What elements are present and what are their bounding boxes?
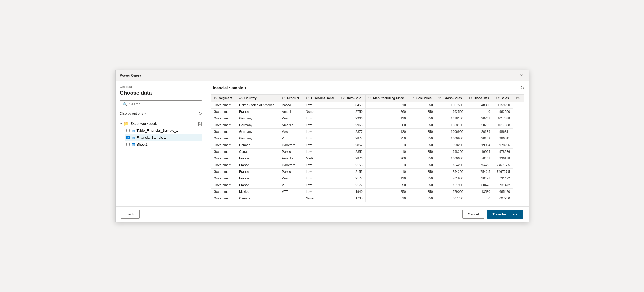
table-cell: 30478 — [466, 182, 493, 188]
table-cell: United States of America — [236, 102, 279, 108]
table-cell: 665420 — [493, 188, 513, 195]
checkbox-table-financial[interactable] — [126, 129, 130, 132]
table-cell: 350 — [409, 128, 436, 135]
table-cell: 2966 — [338, 122, 366, 128]
table-cell: 2966 — [338, 115, 366, 122]
table-cell: 3450 — [338, 102, 366, 108]
table-cell: Amarilla — [279, 122, 303, 128]
table-cell: Low — [303, 168, 338, 175]
table-cell: 19964 — [466, 142, 493, 148]
back-button[interactable]: Back — [121, 210, 140, 219]
table-cell: 20139 — [466, 128, 493, 135]
table-cell: Canada — [236, 142, 279, 148]
table-cell: Low — [303, 188, 338, 195]
table-cell: None — [303, 195, 338, 202]
search-box[interactable]: 🔍 — [120, 100, 202, 108]
table-cell: Low — [303, 175, 338, 182]
table-header-row: AᴮcSegment AᴮcCountry AᴮcProduct AᴮcDisc… — [211, 94, 524, 102]
table-cell: 350 — [409, 188, 436, 195]
table-cell: 1006600 — [436, 155, 466, 162]
table-row: GovernmentUnited States of AmericaPaseoL… — [211, 102, 524, 108]
data-table-wrapper[interactable]: AᴮcSegment AᴮcCountry AᴮcProduct AᴮcDisc… — [211, 94, 524, 202]
search-input[interactable] — [129, 102, 199, 106]
table-cell: 754250 — [436, 168, 466, 175]
col-gross-sales: 1²3Gross Sales — [436, 94, 466, 102]
table-cell: 350 — [409, 195, 436, 202]
table-cell: Government — [211, 135, 236, 142]
table-row: GovernmentCanadaCarreteraLow285233509982… — [211, 142, 524, 148]
close-button[interactable]: × — [519, 73, 524, 78]
table-cell: France — [236, 175, 279, 182]
table-cell: 607750 — [493, 195, 513, 202]
table-cell: Government — [211, 115, 236, 122]
table-cell: 2852 — [338, 148, 366, 155]
table-row: GovernmentGermanyAmarillaLow296626035010… — [211, 122, 524, 128]
tree-root-count: [3] — [198, 122, 202, 126]
checkbox-sheet1[interactable] — [126, 143, 130, 146]
table-cell: Government — [211, 128, 236, 135]
table-cell: 260 — [365, 122, 409, 128]
table-cell: 120 — [365, 175, 409, 182]
table-icon-1: ⊞ — [132, 135, 135, 140]
table-cell: Paseo — [279, 102, 303, 108]
table-cell: Carretera — [279, 142, 303, 148]
tree-child-0[interactable]: ⊞ Table_Financial_Sample_1 — [125, 127, 202, 134]
table-cell: Canada — [236, 195, 279, 202]
table-cell: 350 — [409, 142, 436, 148]
sidebar-refresh-button[interactable]: ↻ — [198, 111, 202, 116]
table-cell: 2155 — [338, 168, 366, 175]
table-cell: 120 — [365, 115, 409, 122]
table-cell: France — [236, 155, 279, 162]
table-cell: Germany — [236, 128, 279, 135]
checkbox-financial-sample[interactable] — [126, 136, 130, 139]
table-cell: Government — [211, 175, 236, 182]
table-icon-0: ⊞ — [132, 129, 135, 133]
table-cell: 10 — [365, 195, 409, 202]
table-cell: 350 — [409, 182, 436, 188]
table-cell: 1159200 — [493, 102, 513, 108]
display-options-button[interactable]: Display options ▾ ↻ — [120, 111, 202, 116]
table-icon-2: ⊞ — [132, 142, 135, 147]
panel-refresh-button[interactable]: ↻ — [520, 85, 524, 91]
transform-data-button[interactable]: Transform data — [487, 210, 523, 219]
table-cell: Medium — [303, 155, 338, 162]
table-cell: Government — [211, 188, 236, 195]
tree-child-2[interactable]: ⊞ Sheet1 — [125, 141, 202, 148]
table-cell: 0 — [466, 108, 493, 115]
table-cell: 19964 — [466, 148, 493, 155]
table-cell: Low — [303, 115, 338, 122]
tree-root[interactable]: ▼ 📁 Excel workbook [3] — [120, 120, 202, 127]
table-cell: 746707.5 — [493, 162, 513, 168]
table-cell: 48300 — [466, 102, 493, 108]
table-row: GovernmentFranceCarreteraLow215533507542… — [211, 162, 524, 168]
table-row: GovernmentCanadaPaseoLow2852103509982001… — [211, 148, 524, 155]
main-panel: Financial Sample 1 ↻ AᴮcSegment AᴮcCount… — [206, 81, 529, 206]
tree-child-1[interactable]: ⊞ Financial Sample 1 — [125, 134, 202, 141]
col-sale-price: 1²3Sale Price — [409, 94, 436, 102]
table-cell: 978236 — [493, 142, 513, 148]
col-mfg-price: 1²3Manufacturing Price — [365, 94, 409, 102]
tree-child-label-0: Table_Financial_Sample_1 — [137, 129, 178, 133]
col-discount-band: AᴮcDiscount Band — [303, 94, 338, 102]
table-cell: 7542.5 — [466, 168, 493, 175]
col-sales: 1.2Sales — [493, 94, 513, 102]
table-cell: 250 — [365, 135, 409, 142]
table-cell: 978236 — [493, 148, 513, 155]
table-cell: 7542.5 — [466, 162, 493, 168]
cancel-button[interactable]: Cancel — [462, 210, 484, 219]
table-cell: 3 — [365, 142, 409, 148]
table-cell: 962500 — [493, 108, 513, 115]
table-cell: 10 — [365, 102, 409, 108]
table-cell: Germany — [236, 115, 279, 122]
col-country: AᴮcCountry — [236, 94, 279, 102]
table-cell: France — [236, 108, 279, 115]
table-cell: 2852 — [338, 142, 366, 148]
col-product: AᴮcProduct — [279, 94, 303, 102]
table-cell: 10 — [365, 168, 409, 175]
table-cell: VTT — [279, 188, 303, 195]
table-cell: 731472 — [493, 182, 513, 188]
table-cell: France — [236, 162, 279, 168]
table-body: GovernmentUnited States of AmericaPaseoL… — [211, 102, 524, 202]
table-row: GovernmentGermanyVeloLow2877120350100695… — [211, 128, 524, 135]
table-row: GovernmentMexicoVTTLow194025035067900013… — [211, 188, 524, 195]
